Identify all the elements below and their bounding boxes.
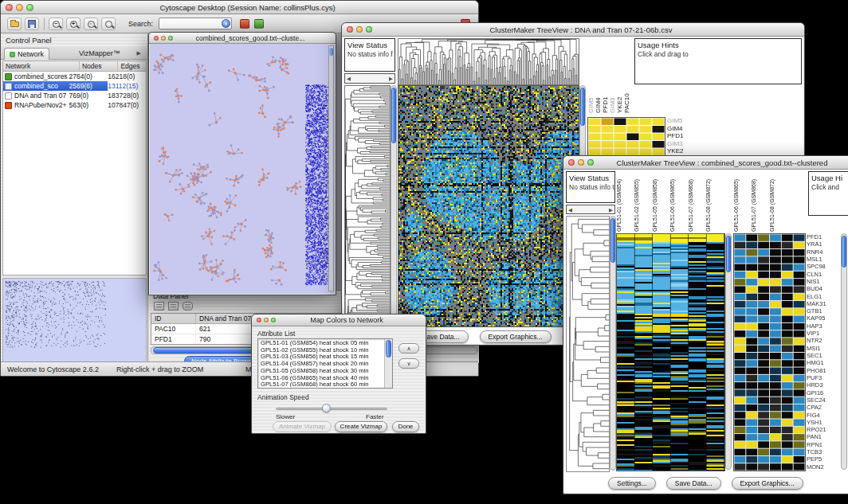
network-graph-canvas[interactable] xyxy=(151,45,330,294)
gene-label[interactable]: HRD3 xyxy=(807,381,840,389)
close-button[interactable] xyxy=(568,159,575,166)
gene-label[interactable]: GTB1 xyxy=(807,307,840,315)
scroll-left-icon[interactable]: ◀ xyxy=(568,207,572,213)
gene-label[interactable]: PEP5 xyxy=(807,455,840,463)
title-bar[interactable]: Map Colors to Network xyxy=(252,315,426,326)
gene-label[interactable]: PAN1 xyxy=(807,433,840,440)
vizmapper-toolbar-icon[interactable] xyxy=(240,19,249,29)
attribute-item[interactable]: GPL51-07 (GSM868) heat shock 60 min xyxy=(259,381,383,387)
network-list-row[interactable]: RNAPuberNov2+563(0)107847(0) xyxy=(3,100,146,110)
network-overview-panel[interactable] xyxy=(2,278,147,362)
settings-button[interactable]: Settings... xyxy=(608,477,656,490)
gene-label[interactable]: YKE2 xyxy=(667,147,687,155)
vscrollbar-thumb[interactable] xyxy=(391,88,396,143)
tab-vizmapper[interactable]: VizMapper™ xyxy=(74,48,125,60)
move-up-button[interactable]: ∧ xyxy=(398,343,419,354)
gene-label[interactable]: HMG1 xyxy=(807,359,840,366)
zoom-fit-button[interactable]: ▫ xyxy=(84,18,98,30)
gene-label[interactable]: KAP95 xyxy=(807,315,840,322)
slider-thumb[interactable] xyxy=(322,404,331,412)
mini-hscrollbar[interactable]: ◀ ▶ xyxy=(344,73,395,84)
create-vizmap-button[interactable]: Create Vizmap xyxy=(335,421,387,432)
gene-label[interactable]: GPI16 xyxy=(807,389,840,397)
gene-label[interactable]: SEC1 xyxy=(807,352,840,359)
col-id[interactable]: ID xyxy=(151,314,196,323)
vscrollbar-thumb[interactable] xyxy=(610,218,615,263)
search-combo-arrow-icon[interactable]: ▼ xyxy=(222,19,230,28)
heatmap-canvas[interactable] xyxy=(398,85,579,327)
close-button[interactable] xyxy=(257,318,261,322)
gene-label[interactable]: HAP3 xyxy=(807,322,840,330)
gene-label[interactable]: CLN1 xyxy=(807,271,840,278)
title-bar[interactable]: ClusterMaker TreeView : DNA and Tran 07-… xyxy=(342,23,804,37)
gene-list-vscrollbar[interactable] xyxy=(841,233,847,470)
attribute-select-icon[interactable] xyxy=(154,302,164,311)
gene-label[interactable]: RNR4 xyxy=(807,248,840,256)
zoom-heatmap-canvas[interactable] xyxy=(733,233,806,471)
gene-label[interactable]: BUD4 xyxy=(807,285,840,292)
gene-label[interactable]: MAK31 xyxy=(807,300,840,307)
gene-label[interactable]: MSL1 xyxy=(807,256,840,263)
heatmap-vscrollbar[interactable] xyxy=(725,233,732,470)
zoom-selected-button[interactable] xyxy=(101,18,116,30)
dendrogram-vscrollbar[interactable] xyxy=(391,85,397,326)
network-list-row[interactable]: DNA and Tran 07769(0)183728(0) xyxy=(3,91,146,100)
title-bar[interactable]: combined_scores_good.txt--cluste... xyxy=(149,33,336,44)
gene-label[interactable]: FIG4 xyxy=(807,412,840,419)
title-bar[interactable]: Cytoscape Desktop (Session Name: collins… xyxy=(1,1,478,14)
chevron-right-icon[interactable]: ▶ xyxy=(132,48,146,60)
col-edges[interactable]: Edges xyxy=(118,61,146,71)
export-graphics-button[interactable]: Export Graphics... xyxy=(480,330,552,343)
dendrogram-vscrollbar[interactable] xyxy=(610,216,616,471)
zoom-in-button[interactable]: + xyxy=(66,18,80,30)
listbox-vscrollbar[interactable] xyxy=(384,339,392,388)
network-list-row[interactable]: combined_scores2764(0)16218(0) xyxy=(3,72,146,81)
row-dendrogram-canvas[interactable] xyxy=(344,85,391,327)
gene-label[interactable]: SPC98 xyxy=(807,263,840,270)
tab-network[interactable]: Network xyxy=(4,48,49,60)
zoom-out-button[interactable]: − xyxy=(49,18,63,30)
gene-label[interactable]: NIS1 xyxy=(807,278,840,285)
gene-label[interactable]: RPN1 xyxy=(807,441,840,448)
vscrollbar-thumb[interactable] xyxy=(842,236,846,268)
plugin-toolbar-icon[interactable] xyxy=(254,19,264,29)
export-graphics-button[interactable]: Export Graphics... xyxy=(732,477,803,490)
close-button[interactable] xyxy=(347,26,353,33)
done-button[interactable]: Done xyxy=(392,421,419,432)
row-dendrogram-canvas[interactable] xyxy=(566,216,610,472)
attribute-create-icon[interactable] xyxy=(168,302,179,311)
animation-speed-slider[interactable] xyxy=(276,408,387,410)
minimize-button[interactable] xyxy=(264,318,269,322)
scroll-right-icon[interactable]: ▶ xyxy=(389,76,393,82)
attribute-import-icon[interactable] xyxy=(183,302,193,311)
col-nodes[interactable]: Nodes xyxy=(80,61,118,71)
gene-label[interactable]: SEC24 xyxy=(807,397,840,404)
gene-label[interactable]: MON2 xyxy=(807,463,840,471)
gene-label[interactable]: ELG1 xyxy=(807,293,840,300)
gene-label[interactable]: PUF3 xyxy=(807,374,840,381)
gene-label[interactable]: RPO21 xyxy=(807,426,840,433)
gene-label[interactable]: CPA2 xyxy=(807,404,840,411)
save-session-button[interactable] xyxy=(25,18,39,30)
vscrollbar-thumb[interactable] xyxy=(726,236,731,272)
scroll-left-icon[interactable]: ◀ xyxy=(347,76,351,82)
minimize-button[interactable] xyxy=(161,36,166,41)
column-dendrogram-canvas[interactable] xyxy=(398,38,579,85)
vscrollbar-thumb[interactable] xyxy=(580,88,585,126)
network-list-row[interactable]: combined_sco2569(6)13112(15) xyxy=(3,81,146,91)
gene-label[interactable]: GIM5 xyxy=(667,117,687,125)
gene-label[interactable]: PFD1 xyxy=(807,233,840,240)
open-session-button[interactable] xyxy=(7,18,22,30)
gene-label[interactable]: PHO81 xyxy=(807,367,840,374)
mini-hscrollbar[interactable]: ◀ ▶ xyxy=(566,205,615,214)
col-network[interactable]: Network xyxy=(3,61,80,71)
gene-label[interactable]: GIM3 xyxy=(667,140,687,148)
gene-label[interactable]: MSI1 xyxy=(807,345,840,352)
close-button[interactable] xyxy=(154,36,159,41)
gene-label[interactable]: YSH1 xyxy=(807,419,840,426)
title-bar[interactable]: ClusterMaker TreeView : combined_scores_… xyxy=(563,156,848,170)
gene-label[interactable]: NTR2 xyxy=(807,337,840,344)
gene-label[interactable]: GIM4 xyxy=(667,125,687,133)
network-overview-canvas[interactable] xyxy=(3,279,146,361)
scroll-right-icon[interactable]: ▶ xyxy=(609,207,613,213)
